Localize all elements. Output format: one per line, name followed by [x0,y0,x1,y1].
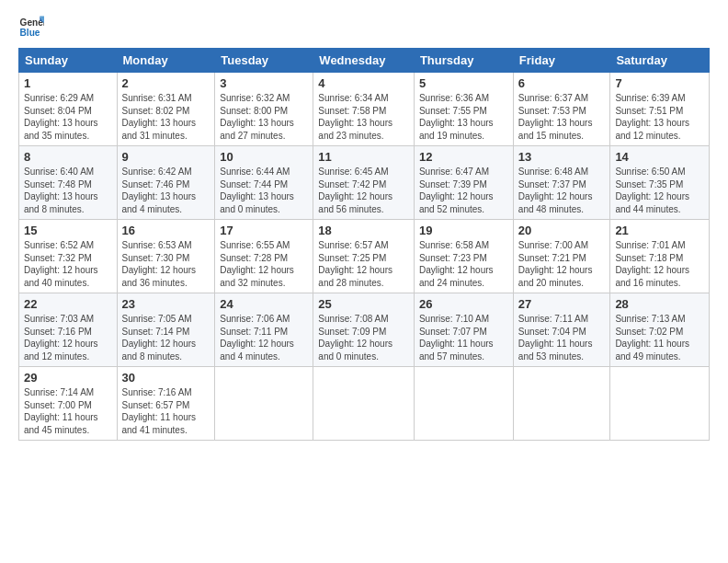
day-info: Sunrise: 6:45 AMSunset: 7:42 PMDaylight:… [318,167,392,214]
day-number: 12 [419,150,508,164]
calendar-cell: 9 Sunrise: 6:42 AMSunset: 7:46 PMDayligh… [117,146,215,220]
calendar-cell [513,367,610,441]
day-info: Sunrise: 7:16 AMSunset: 6:57 PMDaylight:… [122,387,197,435]
calendar-cell: 18 Sunrise: 6:57 AMSunset: 7:25 PMDaylig… [313,220,415,293]
calendar-cell: 21 Sunrise: 7:01 AMSunset: 7:18 PMDaylig… [610,220,710,293]
col-sunday: Sunday [19,49,118,73]
calendar-cell: 16 Sunrise: 6:53 AMSunset: 7:30 PMDaylig… [117,220,215,293]
calendar-cell: 12 Sunrise: 6:47 AMSunset: 7:39 PMDaylig… [414,146,513,220]
day-info: Sunrise: 6:58 AMSunset: 7:23 PMDaylight:… [419,240,494,288]
day-number: 27 [518,297,606,311]
calendar-cell [313,367,415,441]
calendar-cell: 3 Sunrise: 6:32 AMSunset: 8:00 PMDayligh… [215,73,313,146]
day-info: Sunrise: 6:42 AMSunset: 7:46 PMDaylight:… [122,167,197,214]
week-row-1: 1 Sunrise: 6:29 AMSunset: 8:04 PMDayligh… [19,73,710,146]
svg-text:Blue: Blue [20,28,40,38]
header: General Blue [18,15,710,40]
calendar-cell: 27 Sunrise: 7:11 AMSunset: 7:04 PMDaylig… [513,293,610,367]
calendar-cell: 11 Sunrise: 6:45 AMSunset: 7:42 PMDaylig… [313,146,415,220]
calendar-cell: 25 Sunrise: 7:08 AMSunset: 7:09 PMDaylig… [313,293,415,367]
day-number: 8 [24,150,112,164]
calendar-cell: 5 Sunrise: 6:36 AMSunset: 7:55 PMDayligh… [414,73,513,146]
calendar-cell: 8 Sunrise: 6:40 AMSunset: 7:48 PMDayligh… [19,146,118,220]
calendar-cell [610,367,710,441]
day-info: Sunrise: 7:10 AMSunset: 7:07 PMDaylight:… [419,314,494,362]
week-row-4: 22 Sunrise: 7:03 AMSunset: 7:16 PMDaylig… [19,293,710,367]
day-info: Sunrise: 7:11 AMSunset: 7:04 PMDaylight:… [518,314,593,362]
calendar-cell: 4 Sunrise: 6:34 AMSunset: 7:58 PMDayligh… [313,73,415,146]
day-info: Sunrise: 6:55 AMSunset: 7:28 PMDaylight:… [220,240,294,288]
week-row-3: 15 Sunrise: 6:52 AMSunset: 7:32 PMDaylig… [19,220,710,293]
day-number: 21 [615,224,704,237]
calendar-cell: 1 Sunrise: 6:29 AMSunset: 8:04 PMDayligh… [19,73,118,146]
day-number: 17 [220,224,308,237]
calendar-cell: 19 Sunrise: 6:58 AMSunset: 7:23 PMDaylig… [414,220,513,293]
logo: General Blue [18,15,50,40]
day-number: 11 [318,150,409,164]
col-wednesday: Wednesday [313,49,415,73]
day-number: 22 [24,297,112,311]
calendar-table: Sunday Monday Tuesday Wednesday Thursday… [18,48,710,441]
header-row: Sunday Monday Tuesday Wednesday Thursday… [19,49,710,73]
day-number: 3 [220,76,308,90]
day-info: Sunrise: 6:37 AMSunset: 7:53 PMDaylight:… [518,93,593,141]
week-row-2: 8 Sunrise: 6:40 AMSunset: 7:48 PMDayligh… [19,146,710,220]
day-info: Sunrise: 6:48 AMSunset: 7:37 PMDaylight:… [518,167,593,214]
day-info: Sunrise: 7:05 AMSunset: 7:14 PMDaylight:… [122,314,197,362]
day-number: 7 [615,76,704,90]
day-number: 25 [318,297,409,311]
day-number: 6 [518,76,606,90]
calendar-cell: 14 Sunrise: 6:50 AMSunset: 7:35 PMDaylig… [610,146,710,220]
day-number: 26 [419,297,508,311]
col-friday: Friday [513,49,610,73]
day-number: 5 [419,76,508,90]
day-info: Sunrise: 7:14 AMSunset: 7:00 PMDaylight:… [24,387,98,435]
day-info: Sunrise: 7:00 AMSunset: 7:21 PMDaylight:… [518,240,593,288]
day-info: Sunrise: 6:34 AMSunset: 7:58 PMDaylight:… [318,93,392,141]
col-thursday: Thursday [414,49,513,73]
calendar-cell: 28 Sunrise: 7:13 AMSunset: 7:02 PMDaylig… [610,293,710,367]
day-number: 9 [122,150,210,164]
day-number: 1 [24,76,112,90]
day-number: 23 [122,297,210,311]
calendar-cell: 15 Sunrise: 6:52 AMSunset: 7:32 PMDaylig… [19,220,118,293]
day-info: Sunrise: 6:53 AMSunset: 7:30 PMDaylight:… [122,240,197,288]
calendar-cell: 24 Sunrise: 7:06 AMSunset: 7:11 PMDaylig… [215,293,313,367]
logo-icon: General Blue [18,15,44,40]
day-info: Sunrise: 6:36 AMSunset: 7:55 PMDaylight:… [419,93,494,141]
day-info: Sunrise: 6:52 AMSunset: 7:32 PMDaylight:… [24,240,98,288]
day-number: 30 [122,371,210,385]
day-number: 15 [24,224,112,237]
day-info: Sunrise: 7:06 AMSunset: 7:11 PMDaylight:… [220,314,294,362]
day-number: 29 [24,371,112,385]
day-number: 4 [318,76,409,90]
calendar-cell: 7 Sunrise: 6:39 AMSunset: 7:51 PMDayligh… [610,73,710,146]
day-info: Sunrise: 6:39 AMSunset: 7:51 PMDaylight:… [615,93,689,141]
calendar-cell: 29 Sunrise: 7:14 AMSunset: 7:00 PMDaylig… [19,367,118,441]
calendar-cell: 26 Sunrise: 7:10 AMSunset: 7:07 PMDaylig… [414,293,513,367]
day-number: 16 [122,224,210,237]
day-number: 13 [518,150,606,164]
day-info: Sunrise: 6:57 AMSunset: 7:25 PMDaylight:… [318,240,392,288]
day-number: 19 [419,224,508,237]
day-info: Sunrise: 6:31 AMSunset: 8:02 PMDaylight:… [122,93,197,141]
day-info: Sunrise: 7:13 AMSunset: 7:02 PMDaylight:… [615,314,689,362]
day-number: 18 [318,224,409,237]
col-monday: Monday [117,49,215,73]
day-info: Sunrise: 7:03 AMSunset: 7:16 PMDaylight:… [24,314,98,362]
calendar-cell [414,367,513,441]
calendar-cell: 2 Sunrise: 6:31 AMSunset: 8:02 PMDayligh… [117,73,215,146]
day-info: Sunrise: 6:40 AMSunset: 7:48 PMDaylight:… [24,167,98,214]
calendar-cell: 10 Sunrise: 6:44 AMSunset: 7:44 PMDaylig… [215,146,313,220]
day-info: Sunrise: 7:08 AMSunset: 7:09 PMDaylight:… [318,314,392,362]
day-info: Sunrise: 6:44 AMSunset: 7:44 PMDaylight:… [220,167,294,214]
day-info: Sunrise: 6:32 AMSunset: 8:00 PMDaylight:… [220,93,294,141]
calendar-cell: 23 Sunrise: 7:05 AMSunset: 7:14 PMDaylig… [117,293,215,367]
col-saturday: Saturday [610,49,710,73]
calendar-cell: 13 Sunrise: 6:48 AMSunset: 7:37 PMDaylig… [513,146,610,220]
calendar-cell: 30 Sunrise: 7:16 AMSunset: 6:57 PMDaylig… [117,367,215,441]
day-number: 10 [220,150,308,164]
week-row-5: 29 Sunrise: 7:14 AMSunset: 7:00 PMDaylig… [19,367,710,441]
calendar-cell: 17 Sunrise: 6:55 AMSunset: 7:28 PMDaylig… [215,220,313,293]
calendar-cell: 6 Sunrise: 6:37 AMSunset: 7:53 PMDayligh… [513,73,610,146]
